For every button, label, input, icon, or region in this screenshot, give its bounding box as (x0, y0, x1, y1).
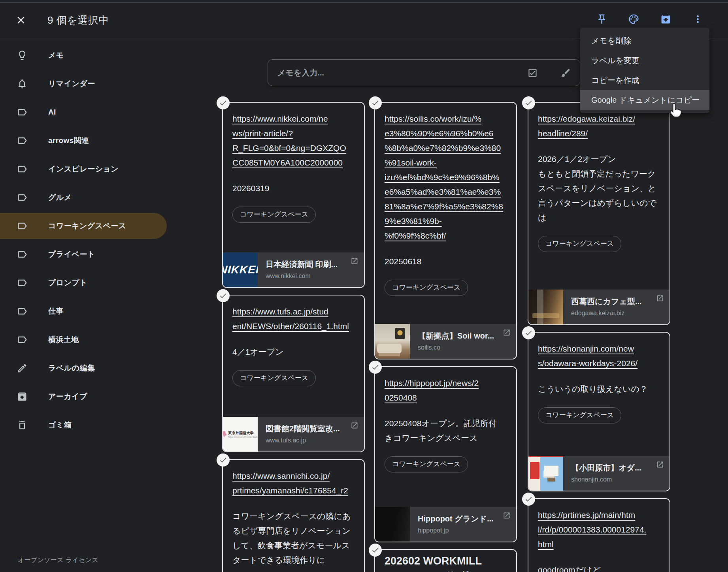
note-title-line: 202602 WORKMILL (385, 553, 507, 569)
note-card-shonanjin[interactable]: https://shonanjin.com/news/odawara-workd… (528, 332, 670, 491)
palette-icon (628, 13, 639, 25)
note-card-edogawa[interactable]: https://edogawa.keizai.biz/headline/289/… (528, 102, 670, 325)
note-card-workmill[interactable]: 202602 WORKMILLコワーキング掲載 (374, 549, 517, 572)
link-thumbnail-shonanjin (528, 456, 563, 491)
check-icon (524, 99, 533, 107)
selected-check-badge[interactable] (217, 453, 230, 467)
link-thumbnail-tufs: 東京外国語大学Tokyo University of Foreign Studi… (223, 417, 258, 452)
open-in-new-icon[interactable] (503, 512, 511, 519)
menu-item-delete-note[interactable]: メモを削除 (580, 31, 709, 51)
selected-check-badge[interactable] (522, 493, 535, 506)
label-chip[interactable]: コワーキングスペース (385, 280, 468, 296)
sidebar-item-label-private[interactable]: プライベート (0, 240, 182, 269)
link-preview[interactable]: 【新拠点】Soil wor...soilis.co (375, 324, 516, 359)
sidebar-item-label-yokohama[interactable]: 横浜土地 (0, 326, 182, 354)
menu-item-copy-to-google-docs[interactable]: Google ドキュメントにコピー (580, 90, 709, 110)
menu-item-change-label[interactable]: ラベルを変更 (580, 51, 709, 70)
note-card-sannichi[interactable]: https://www.sannichi.co.jp/prtimes/yaman… (222, 459, 365, 572)
note-body-text: 2026／1／2オープンもともと閉鎖予定だったワークスペースをリノベーション、と… (538, 152, 660, 225)
sidebar-item-reminders[interactable]: リマインダー (0, 70, 182, 98)
note-title-line: コワーキング掲載 (385, 569, 507, 572)
link-preview-info: 日本経済新聞 印刷...www.nikkei.com (258, 252, 364, 287)
note-url-link[interactable]: https://prtimes.jp/main/html/rd/p/000001… (538, 508, 660, 551)
label-icon (17, 220, 28, 231)
sidebar-item-label-ai[interactable]: AI (0, 98, 182, 126)
note-card-hippopot[interactable]: https://hippopot.jp/news/202504082025040… (374, 366, 517, 542)
label-chip[interactable]: コワーキングスペース (232, 207, 316, 223)
new-drawing-button[interactable] (560, 68, 571, 78)
link-preview[interactable]: 西葛西にカフェ型...edogawa.keizai.biz (528, 290, 670, 324)
note-card-soilis[interactable]: https://soilis.co/work/izu/%e3%80%90%e6%… (374, 102, 517, 359)
sidebar-item-label-coworking[interactable]: コワーキングスペース (0, 212, 182, 240)
link-preview[interactable]: 東京外国語大学Tokyo University of Foreign Studi… (223, 417, 364, 452)
open-in-new-icon[interactable] (656, 294, 664, 302)
sidebar-item-label-work[interactable]: 仕事 (0, 297, 182, 326)
note-url-link[interactable]: https://soilis.co/work/izu/%e3%80%90%e6%… (385, 111, 507, 243)
note-url-line: https://soilis.co/work/izu/% (385, 111, 507, 126)
label-chip[interactable]: コワーキングスペース (538, 407, 621, 423)
note-url-line: https://www.sannichi.co.jp/ (232, 469, 355, 483)
label-chip[interactable]: コワーキングスペース (385, 456, 468, 472)
open-in-new-icon[interactable] (351, 257, 358, 265)
sidebar-item-label-inspiration[interactable]: インスピレーション (0, 155, 182, 183)
label-icon (17, 306, 28, 317)
selected-check-badge[interactable] (369, 544, 382, 557)
sidebar-item-label-prompt[interactable]: プロンプト (0, 269, 182, 297)
note-url-line: html (538, 537, 660, 551)
label-chip[interactable]: コワーキングスペース (538, 236, 621, 252)
sidebar-item-label-gourmet[interactable]: グルメ (0, 183, 182, 212)
check-icon (524, 495, 533, 503)
open-in-new-icon[interactable] (503, 329, 511, 337)
archive-button[interactable] (660, 13, 671, 25)
menu-item-make-copy[interactable]: コピーを作成 (580, 70, 709, 90)
sidebar-item-notes[interactable]: メモ (0, 41, 182, 70)
note-body-line: 言うパターンはめずらしいので (538, 196, 660, 210)
note-url-link[interactable]: https://edogawa.keizai.biz/headline/289/ (538, 111, 660, 141)
note-card-nikkei[interactable]: https://www.nikkei.com/news/print-articl… (222, 102, 365, 288)
link-preview[interactable]: 【小田原市】オダ...shonanjin.com (528, 456, 670, 491)
selected-check-badge[interactable] (217, 96, 230, 109)
note-input[interactable] (277, 68, 505, 78)
link-preview-domain: soilis.co (418, 344, 500, 351)
link-preview[interactable]: NIKKEI日本経済新聞 印刷...www.nikkei.com (223, 252, 364, 287)
note-body-text: 20260319 (232, 181, 355, 196)
close-selection-button[interactable] (15, 14, 27, 26)
notes-column-3: https://edogawa.keizai.biz/headline/289/… (528, 102, 670, 572)
more-button[interactable] (692, 13, 703, 25)
selected-check-badge[interactable] (369, 361, 382, 374)
pin-button[interactable] (596, 13, 607, 25)
note-url-line: izu%ef%bd%9c%e9%96%8b% (385, 170, 507, 184)
note-url-link[interactable]: https://www.nikkei.com/news/print-articl… (232, 111, 355, 170)
open-in-new-icon[interactable] (656, 461, 664, 469)
sidebar-item-label-arrows[interactable]: arrows関連 (0, 126, 182, 155)
note-url-line: %8b%a0%e7%82%b9%e3%80 (385, 141, 507, 155)
link-preview[interactable]: Hippopot グランド...hippopot.jp (375, 507, 516, 542)
note-card-tufs[interactable]: https://www.tufs.ac.jp/student/NEWS/othe… (222, 295, 365, 452)
selected-check-badge[interactable] (369, 96, 382, 109)
note-url-link[interactable]: https://www.sannichi.co.jp/prtimes/yaman… (232, 469, 355, 498)
note-url-line: R_FLG=0&bf=0&ng=DGXZQO (232, 141, 355, 155)
note-card-prtimes[interactable]: https://prtimes.jp/main/html/rd/p/000001… (528, 498, 670, 572)
selected-check-badge[interactable] (217, 289, 230, 302)
sidebar-item-label: ラベルの編集 (48, 363, 95, 373)
bell-icon (17, 78, 28, 89)
link-preview-title: 【新拠点】Soil wor... (418, 331, 500, 341)
selected-check-badge[interactable] (522, 326, 535, 339)
sidebar-item-trash[interactable]: ゴミ箱 (0, 411, 182, 439)
open-source-licenses-link[interactable]: オープンソース ライセンス (18, 556, 98, 564)
selected-check-badge[interactable] (522, 96, 535, 109)
note-url-link[interactable]: https://hippopot.jp/news/20250408 (385, 376, 507, 405)
label-chip[interactable]: コワーキングスペース (232, 370, 316, 386)
note-url-line: ent/NEWS/other/260116_1.html (232, 319, 355, 333)
new-checklist-button[interactable] (527, 68, 538, 78)
note-url-link[interactable]: https://www.tufs.ac.jp/student/NEWS/othe… (232, 304, 355, 333)
sidebar-item-label: メモ (48, 50, 64, 60)
sidebar-item-edit-labels[interactable]: ラベルの編集 (0, 354, 182, 382)
note-url-link[interactable]: https://shonanjin.com/news/odawara-workd… (538, 341, 660, 371)
more-options-menu: メモを削除ラベルを変更コピーを作成Google ドキュメントにコピー (580, 28, 709, 113)
check-icon (524, 329, 533, 337)
open-in-new-icon[interactable] (351, 421, 358, 429)
take-a-note-bar[interactable] (268, 59, 580, 86)
sidebar-item-archive[interactable]: アーカイブ (0, 382, 182, 411)
background-options-button[interactable] (628, 13, 639, 25)
